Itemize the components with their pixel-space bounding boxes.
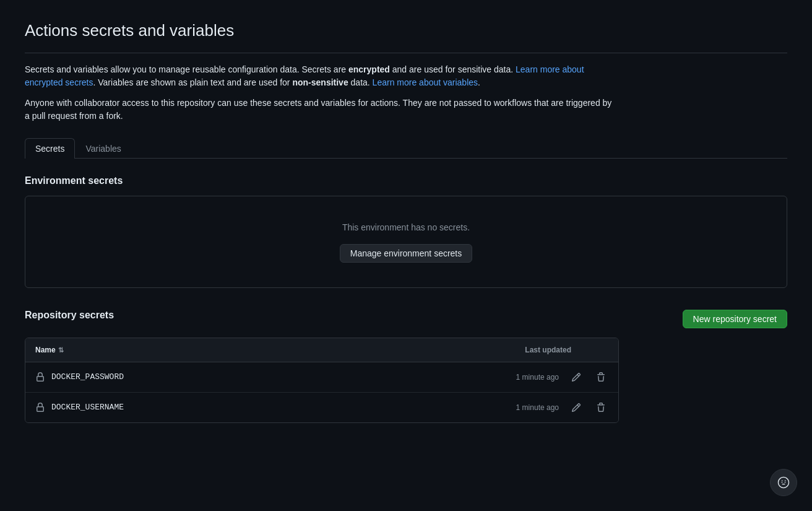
divider <box>25 53 787 53</box>
environment-secrets-title: Environment secrets <box>25 173 787 188</box>
table-row: DOCKER_PASSWORD 1 minute ago <box>25 362 618 393</box>
access-note: Anyone with collaborator access to this … <box>25 97 619 123</box>
desc-text-3: . Variables are shown as plain text and … <box>93 77 293 87</box>
new-repository-secret-button[interactable]: New repository secret <box>683 310 787 328</box>
variables-link[interactable]: Learn more about variables <box>373 77 478 87</box>
secret-name: DOCKER_PASSWORD <box>35 371 497 383</box>
row-meta: 1 minute ago <box>497 400 608 415</box>
secret-name: DOCKER_USERNAME <box>35 401 497 414</box>
desc-text-1: Secrets and variables allow you to manag… <box>25 64 348 74</box>
lock-icon <box>35 372 45 382</box>
last-updated-time: 1 minute ago <box>497 372 559 383</box>
tab-variables[interactable]: Variables <box>75 138 131 159</box>
edit-secret-button[interactable] <box>569 400 584 415</box>
sort-icon: ⇅ <box>58 345 64 356</box>
repository-secrets-table: Name ⇅ Last updated DOCKER_PASSWORD 1 mi… <box>25 338 619 423</box>
edit-secret-button[interactable] <box>569 370 584 385</box>
tabs-container: Secrets Variables <box>25 138 787 159</box>
secret-name-text: DOCKER_USERNAME <box>51 401 124 414</box>
desc-text-4: data. <box>348 77 373 87</box>
copilot-button[interactable] <box>770 469 797 496</box>
repository-secrets-header: Repository secrets New repository secret <box>25 308 787 330</box>
table-col-updated: Last updated <box>525 344 571 356</box>
desc-bold-2: non-sensitive <box>292 77 348 87</box>
table-row: DOCKER_USERNAME 1 minute ago <box>25 393 618 422</box>
table-header: Name ⇅ Last updated <box>25 338 618 362</box>
desc-bold-1: encrypted <box>348 64 390 74</box>
environment-secrets-box: This environment has no secrets. Manage … <box>25 196 787 288</box>
env-secrets-empty-text: This environment has no secrets. <box>38 221 774 234</box>
delete-secret-button[interactable] <box>594 400 608 415</box>
desc-text-2: and are used for sensitive data. <box>390 64 516 74</box>
secret-name-text: DOCKER_PASSWORD <box>51 371 124 383</box>
lock-icon <box>35 403 45 413</box>
repository-secrets-title: Repository secrets <box>25 308 114 323</box>
manage-environment-secrets-button[interactable]: Manage environment secrets <box>340 244 473 263</box>
tab-secrets[interactable]: Secrets <box>25 138 75 159</box>
desc-text-5: . <box>478 77 480 87</box>
last-updated-time: 1 minute ago <box>497 402 559 413</box>
col-name-label: Name <box>35 344 56 356</box>
delete-secret-button[interactable] <box>594 370 608 385</box>
page-title: Actions secrets and variables <box>25 19 787 43</box>
table-col-name: Name ⇅ <box>35 344 64 356</box>
description: Secrets and variables allow you to manag… <box>25 63 619 89</box>
row-meta: 1 minute ago <box>497 370 608 385</box>
